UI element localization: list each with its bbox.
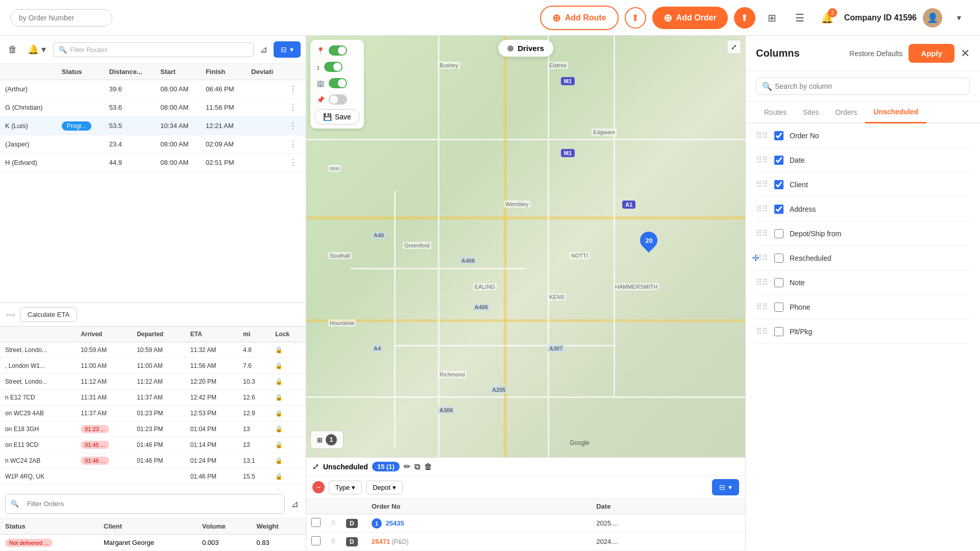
routes-view-button[interactable]: ⊟ ▾ <box>274 41 301 58</box>
add-route-button[interactable]: ⊕ Add Route <box>540 6 619 30</box>
drag-handle-date[interactable]: ⠿⠿ <box>756 155 768 165</box>
checkbox-depot-ship-from[interactable] <box>774 229 783 238</box>
drag-handle[interactable]: ⟺ <box>6 311 15 318</box>
drag-handle-client[interactable]: ⠿⠿ <box>756 180 768 189</box>
drag-handle-note[interactable]: ⠿⠿ <box>756 278 768 287</box>
unscheduled-view-button[interactable]: ⊟ ▾ <box>712 479 739 495</box>
unscheduled-edit-button[interactable]: ✏ <box>404 462 410 471</box>
unscheduled-remove-button[interactable]: − <box>312 481 325 493</box>
route-row-menu-button[interactable]: ⋮ <box>289 84 297 94</box>
checkbox-order-no[interactable] <box>774 131 783 140</box>
route-row-menu-button[interactable]: ⋮ <box>289 103 297 112</box>
user-menu-chevron[interactable]: ▼ <box>948 7 970 29</box>
map-toggle-1[interactable] <box>329 45 347 56</box>
checkbox-phone[interactable] <box>774 303 783 312</box>
detail-lock-cell: 🔒 <box>270 374 306 390</box>
table-row[interactable]: H (Edvard) 44.9 08:00 AM 02:51 PM ⋮ <box>0 154 306 172</box>
table-row[interactable]: G (Christian) 53.6 08:00 AM 11:56 PM ⋮ <box>0 98 306 117</box>
detail-address-cell: on E11 9CD <box>0 437 76 453</box>
checkbox-rescheduled[interactable] <box>774 254 783 263</box>
table-row[interactable]: n E12 7CD 11:31 AM 11:37 AM 12:42 PM 12.… <box>0 390 306 406</box>
depot-dropdown-button[interactable]: Depot ▾ <box>366 481 403 494</box>
close-columns-button[interactable]: ✕ <box>961 47 970 60</box>
route-row-menu-button[interactable]: ⋮ <box>289 139 297 149</box>
table-row[interactable]: ⠿ D 25471 (P&D) 2024.... <box>306 533 745 551</box>
table-row[interactable]: on E18 3GH 01:23 ... 01:23 PM 01:04 PM 1… <box>0 421 306 437</box>
upload-order-button[interactable]: ⬆ <box>734 7 755 29</box>
checkbox-date[interactable] <box>774 156 783 165</box>
tab-unscheduled[interactable]: Unscheduled <box>865 102 926 123</box>
list-view-button[interactable]: ☰ <box>789 7 811 29</box>
bell-route-button[interactable]: 🔔 ▾ <box>24 42 49 57</box>
drag-handle-order-no[interactable]: ⠿⠿ <box>756 131 768 140</box>
col-distance: Distance... <box>104 64 156 80</box>
unscheduled-expand-button[interactable]: ⤢ <box>312 462 319 471</box>
table-row[interactable]: ⠿ D 1 25435 2025.... <box>306 514 745 533</box>
table-row[interactable]: W1P 4RQ, UK 01:46 PM 15.5 🔒 <box>0 469 306 485</box>
checkbox-plt-pkg[interactable] <box>774 327 783 336</box>
detail-arrived-cell: 01:23 ... <box>76 421 132 437</box>
checkbox-client[interactable] <box>774 180 783 189</box>
checkbox-address[interactable] <box>774 205 783 214</box>
notifications-button[interactable]: 🔔 3 <box>817 7 838 29</box>
list-item[interactable]: Not delivered ... Margaret George 0.003 … <box>0 535 306 551</box>
unscheduled-row-checkbox-2[interactable] <box>311 536 321 545</box>
route-status-cell <box>57 135 104 154</box>
tab-sites[interactable]: Sites <box>795 102 827 122</box>
map-save-button[interactable]: 💾 Save <box>314 109 360 124</box>
add-order-label: Add Order <box>676 13 717 22</box>
unscheduled-delete-button[interactable]: 🗑 <box>424 462 432 471</box>
drag-handle-depot[interactable]: ⠿⠿ <box>756 229 768 238</box>
user-avatar[interactable]: 👤 <box>923 8 942 28</box>
detail-departed-cell: 11:00 AM <box>132 358 185 374</box>
table-row[interactable]: Street, Londo... 10:59 AM 10:59 AM 11:32… <box>0 342 306 358</box>
upload-route-button[interactable]: ⬆ <box>625 7 646 29</box>
unscheduled-copy-button[interactable]: ⧉ <box>414 462 420 471</box>
route-row-menu-button[interactable]: ⋮ <box>289 158 297 167</box>
route-status-cell <box>57 154 104 172</box>
filter-orders-input[interactable] <box>22 497 279 510</box>
table-row[interactable]: K (Luis) Progr... 53.5 10:34 AM 12:21 AM… <box>0 117 306 135</box>
table-row[interactable]: Street, Londo... 11:12 AM 11:12 AM 12:20… <box>0 374 306 390</box>
unscheduled-toolbar: − Type ▾ Depot ▾ ⊟ ▾ <box>306 476 745 499</box>
route-row-menu-button[interactable]: ⋮ <box>289 121 297 131</box>
type-dropdown-button[interactable]: Type ▾ <box>329 481 362 494</box>
unscheduled-row-checkbox-1[interactable] <box>311 518 321 527</box>
detail-arrived-cell: 11:00 AM <box>76 358 132 374</box>
table-row[interactable]: n WC24 2AB 01:46 ... 01:46 PM 01:24 PM 1… <box>0 453 306 469</box>
grid-view-button[interactable]: ⊞ <box>762 7 783 29</box>
filter-orders-button[interactable]: ⊿ <box>289 496 301 512</box>
filter-routes-button[interactable]: ⊿ <box>258 42 270 57</box>
table-row[interactable]: (Arthur) 39.6 08:00 AM 06:46 PM ⋮ <box>0 80 306 98</box>
add-order-button[interactable]: ⊕ Add Order <box>652 7 728 29</box>
delete-route-button[interactable]: 🗑 <box>5 42 20 57</box>
tab-routes[interactable]: Routes <box>756 102 795 122</box>
map-expand-button[interactable]: ⤢ <box>727 40 741 54</box>
order-link-25471[interactable]: 25471 <box>372 538 390 545</box>
table-row[interactable]: on WC29 4AB 11:37 AM 01:23 PM 12:53 PM 1… <box>0 406 306 421</box>
drivers-pill[interactable]: Drivers <box>498 40 553 57</box>
table-row[interactable]: , London W1... 11:00 AM 11:00 AM 11:56 A… <box>0 358 306 374</box>
drag-handle-phone[interactable]: ⠿⠿ <box>756 302 768 312</box>
order-search-input[interactable] <box>10 9 112 27</box>
checkbox-note[interactable] <box>774 278 783 287</box>
calculate-eta-button[interactable]: Calculate ETA <box>20 307 77 322</box>
cluster-button[interactable]: ⊞ 1 <box>310 431 344 449</box>
upload-route-icon: ⬆ <box>631 12 639 23</box>
detail-arrived-cell: 11:37 AM <box>76 406 132 421</box>
table-row[interactable]: on E11 9CD 01:45 ... 01:46 PM 01:14 PM 1… <box>0 437 306 453</box>
apply-button[interactable]: Apply <box>909 44 954 63</box>
late-time-badge: 01:23 ... <box>81 425 109 433</box>
tab-orders[interactable]: Orders <box>827 102 865 122</box>
restore-defaults-button[interactable]: Restore Defaults <box>849 49 902 58</box>
table-row[interactable]: (Jasper) 23.4 08:00 AM 02:09 AM ⋮ <box>0 135 306 154</box>
order-link-25435[interactable]: 25435 <box>386 519 404 527</box>
columns-search-input[interactable] <box>756 78 970 95</box>
orders-col-headers: Status Client Volume Weight <box>0 518 306 535</box>
map-toggle-4[interactable] <box>329 94 347 105</box>
drag-handle-plt-pkg[interactable]: ⠿⠿ <box>756 327 768 336</box>
map-toggle-2[interactable] <box>324 62 342 72</box>
map-toggle-3[interactable] <box>329 78 347 88</box>
drag-handle-address[interactable]: ⠿⠿ <box>756 204 768 214</box>
table-row[interactable]: n E15 9GH 01:46 PM 01:46 PM 02:05 PM 17.… <box>0 485 306 490</box>
